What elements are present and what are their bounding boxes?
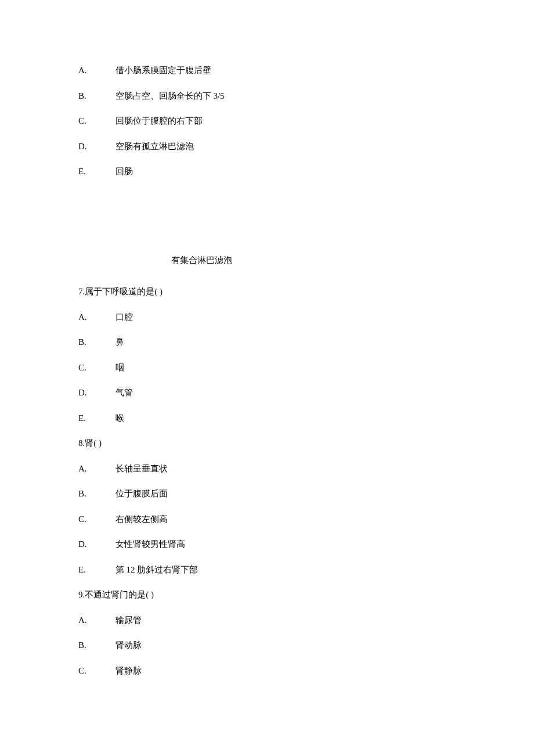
q8-option-d: D. 女性肾较男性肾高 (78, 538, 456, 551)
q7-option-d: D. 气管 (78, 386, 456, 399)
option-letter: D. (78, 140, 113, 153)
option-letter: D. (78, 538, 113, 551)
q9-option-c: C. 肾静脉 (78, 664, 456, 678)
option-text: 右侧较左侧高 (116, 513, 168, 526)
option-text: 空肠占空、回肠全长的下 3/5 (116, 89, 225, 103)
option-letter: C. (78, 513, 113, 526)
q6-option-e: E. 回肠 (78, 165, 456, 178)
q7-option-a: A. 口腔 (78, 311, 456, 324)
option-letter: B. (78, 487, 113, 501)
option-letter: D. (78, 386, 113, 399)
option-text: 位于腹膜后面 (116, 487, 168, 501)
option-text: 女性肾较男性肾高 (116, 538, 185, 551)
q6-option-b: B. 空肠占空、回肠全长的下 3/5 (78, 89, 456, 103)
q6-option-c: C. 回肠位于腹腔的右下部 (78, 114, 456, 128)
option-text: 回肠位于腹腔的右下部 (116, 114, 203, 128)
q8-option-a: A. 长轴呈垂直状 (78, 462, 456, 476)
option-text: 空肠有孤立淋巴滤泡 (116, 140, 194, 153)
q7-stem: 7.属于下呼吸道的是( ) (78, 285, 456, 298)
q8-stem: 8.肾( ) (78, 437, 456, 450)
q9-option-a: A. 输尿管 (78, 614, 456, 627)
option-letter: E. (78, 165, 113, 178)
fragment-text: 有集合淋巴滤泡 (171, 254, 456, 267)
option-text: 第 12 肋斜过右肾下部 (116, 563, 199, 577)
option-letter: E. (78, 412, 113, 425)
q8-option-e: E. 第 12 肋斜过右肾下部 (78, 563, 456, 577)
option-text: 肾静脉 (116, 664, 142, 678)
option-letter: C. (78, 114, 113, 128)
option-letter: A. (78, 311, 113, 324)
option-letter: B. (78, 639, 113, 652)
option-text: 鼻 (116, 336, 124, 349)
option-text: 长轴呈垂直状 (116, 462, 168, 476)
q8-option-b: B. 位于腹膜后面 (78, 487, 456, 501)
document-page: A. 借小肠系膜固定于腹后壁 B. 空肠占空、回肠全长的下 3/5 C. 回肠位… (0, 0, 534, 677)
option-text: 喉 (116, 412, 124, 425)
q6-option-d: D. 空肠有孤立淋巴滤泡 (78, 140, 456, 153)
option-text: 肾动脉 (116, 639, 142, 652)
q9-option-b: B. 肾动脉 (78, 639, 456, 652)
option-letter: B. (78, 336, 113, 349)
option-letter: E. (78, 563, 113, 577)
option-text: 回肠 (116, 165, 133, 178)
option-letter: C. (78, 664, 113, 678)
option-text: 借小肠系膜固定于腹后壁 (116, 64, 211, 77)
q7-option-b: B. 鼻 (78, 336, 456, 349)
option-letter: B. (78, 89, 113, 103)
q7-option-c: C. 咽 (78, 361, 456, 375)
option-text: 咽 (116, 361, 124, 375)
q8-option-c: C. 右侧较左侧高 (78, 513, 456, 526)
option-text: 气管 (116, 386, 133, 399)
option-text: 口腔 (116, 311, 133, 324)
option-letter: C. (78, 361, 113, 375)
q6-option-a: A. 借小肠系膜固定于腹后壁 (78, 64, 456, 77)
q7-option-e: E. 喉 (78, 412, 456, 425)
q9-stem: 9.不通过肾门的是( ) (78, 588, 456, 602)
option-letter: A. (78, 462, 113, 476)
option-text: 输尿管 (116, 614, 142, 627)
option-letter: A. (78, 64, 113, 77)
option-letter: A. (78, 614, 113, 627)
